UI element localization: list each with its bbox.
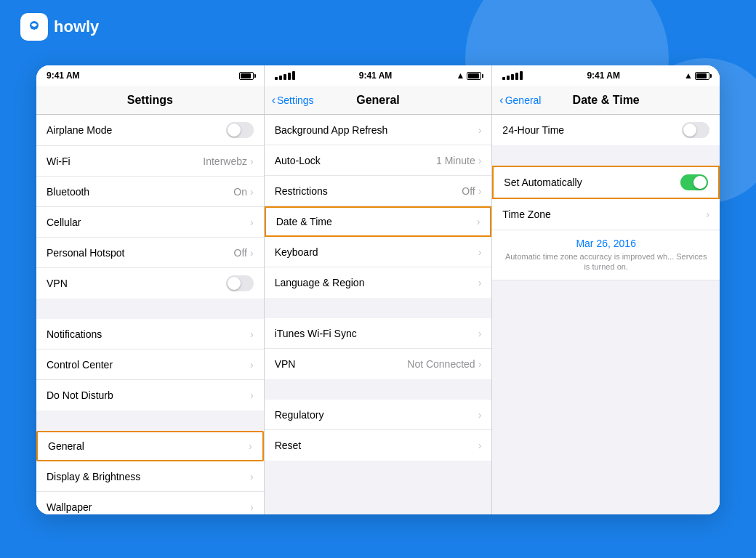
row-keyboard[interactable]: Keyboard › <box>265 237 492 267</box>
gap-g2 <box>265 379 492 400</box>
dt-section-date: Mar 26, 2016 Automatic time zone accurac… <box>492 230 720 280</box>
wifi-status-icon: ▲ <box>456 70 465 81</box>
time-3: 9:41 AM <box>587 70 620 81</box>
general-section-2: iTunes Wi-Fi Sync › VPN Not Connected › <box>265 318 492 379</box>
general-nav-title: General <box>356 94 400 107</box>
display-chevron: › <box>250 471 254 482</box>
keyboard-chevron: › <box>478 246 482 258</box>
dt-section-2: Set Automatically Time Zone › <box>492 166 720 230</box>
row-vpn-general[interactable]: VPN Not Connected › <box>265 349 492 379</box>
hotspot-chevron: › <box>250 247 254 259</box>
bluetooth-chevron: › <box>250 186 254 198</box>
general-section-3: Regulatory › Reset › <box>265 400 492 461</box>
row-vpn[interactable]: VPN <box>36 268 264 299</box>
time-1: 9:41 AM <box>47 70 80 81</box>
signal-dots-3 <box>502 71 523 80</box>
date-value: Mar 26, 2016 <box>502 238 709 249</box>
vpn-toggle[interactable] <box>226 275 254 291</box>
wifi-chevron: › <box>250 155 254 167</box>
gap-dt1 <box>492 145 720 166</box>
settings-section-3: General › Display & Brightness › Wallpap… <box>36 431 264 514</box>
row-restrictions[interactable]: Restrictions Off › <box>265 176 492 206</box>
wifi-status-icon-3: ▲ <box>684 70 693 81</box>
row-personal-hotspot[interactable]: Personal Hotspot Off › <box>36 238 264 268</box>
panel-date-time: 9:41 AM ▲ ‹ General Date & Time 24-Hour … <box>492 65 720 514</box>
gap-1 <box>36 299 264 319</box>
row-language-region[interactable]: Language & Region › <box>265 267 492 298</box>
row-date-time[interactable]: Date & Time › <box>265 206 492 237</box>
settings-nav-title: Settings <box>127 94 173 107</box>
row-do-not-disturb[interactable]: Do Not Disturb › <box>36 380 264 411</box>
back-label-settings: Settings <box>277 94 314 106</box>
auto-toggle-on[interactable] <box>680 174 708 190</box>
vpn-general-chevron: › <box>478 358 482 370</box>
row-auto-lock[interactable]: Auto-Lock 1 Minute › <box>265 145 492 176</box>
row-time-zone[interactable]: Time Zone › <box>492 199 720 230</box>
status-icons-2: ▲ <box>456 70 481 81</box>
status-icons-3: ▲ <box>684 70 709 81</box>
header: howly <box>20 13 99 41</box>
svg-point-1 <box>32 24 34 26</box>
logo-icon <box>20 13 48 41</box>
back-label-general: General <box>505 94 542 106</box>
row-bluetooth[interactable]: Bluetooth On › <box>36 177 264 207</box>
date-time-nav-title: Date & Time <box>573 94 640 107</box>
phones-container: 9:41 AM Settings Airplane Mode Wi-Fi <box>36 65 720 514</box>
back-chevron-icon-2: ‹ <box>499 94 503 106</box>
panel-settings: 9:41 AM Settings Airplane Mode Wi-Fi <box>36 65 265 514</box>
settings-section-2: Notifications › Control Center › Do Not … <box>36 319 264 411</box>
wifi-label: Wi-Fi <box>47 155 203 167</box>
signal-dots-2 <box>275 71 295 80</box>
date-time-list: 24-Hour Time Set Automatically Time Zone… <box>492 115 720 514</box>
row-wallpaper[interactable]: Wallpaper › <box>36 492 264 514</box>
back-to-settings[interactable]: ‹ Settings <box>272 94 314 106</box>
row-bg-app-refresh[interactable]: Background App Refresh › <box>265 115 492 145</box>
time-2: 9:41 AM <box>359 70 393 81</box>
row-cellular[interactable]: Cellular › <box>36 207 264 238</box>
wallpaper-chevron: › <box>250 501 254 513</box>
logo-svg <box>25 18 43 36</box>
row-wifi[interactable]: Wi-Fi Interwebz › <box>36 146 264 177</box>
back-chevron-icon: ‹ <box>272 94 276 106</box>
airplane-toggle[interactable] <box>226 122 254 138</box>
row-notifications[interactable]: Notifications › <box>36 319 264 349</box>
general-list: Background App Refresh › Auto-Lock 1 Min… <box>265 115 492 514</box>
battery-icon-2 <box>467 72 481 80</box>
24h-toggle[interactable] <box>682 122 709 138</box>
auto-lock-chevron: › <box>478 155 482 166</box>
nav-bar-settings: Settings <box>36 86 264 115</box>
general-chevron: › <box>249 440 252 452</box>
itunes-chevron: › <box>478 328 482 339</box>
gap-2 <box>36 411 264 431</box>
row-itunes-wifi[interactable]: iTunes Wi-Fi Sync › <box>265 318 492 349</box>
row-reset[interactable]: Reset › <box>265 430 492 461</box>
brand-name: howly <box>54 17 99 36</box>
row-set-automatically[interactable]: Set Automatically <box>492 166 720 199</box>
language-chevron: › <box>478 277 482 288</box>
row-display-brightness[interactable]: Display & Brightness › <box>36 461 264 492</box>
bg-refresh-chevron: › <box>478 124 482 136</box>
gap-g1 <box>265 298 492 318</box>
settings-list: Airplane Mode Wi-Fi Interwebz › Bluetoot… <box>36 115 264 514</box>
dnd-chevron: › <box>250 389 254 401</box>
row-24h-time[interactable]: 24-Hour Time <box>492 115 720 145</box>
status-bar-3: 9:41 AM ▲ <box>492 65 720 86</box>
back-to-general[interactable]: ‹ General <box>499 94 541 106</box>
row-airplane-mode[interactable]: Airplane Mode <box>36 115 264 146</box>
panel-general: 9:41 AM ▲ ‹ Settings General Background … <box>265 65 493 514</box>
dt-section-1: 24-Hour Time <box>492 115 720 145</box>
battery-icon-1 <box>239 72 254 80</box>
row-general[interactable]: General › <box>36 431 264 461</box>
reset-chevron: › <box>478 440 482 451</box>
row-control-center[interactable]: Control Center › <box>36 349 264 380</box>
notifications-chevron: › <box>250 328 254 340</box>
settings-section-1: Airplane Mode Wi-Fi Interwebz › Bluetoot… <box>36 115 264 299</box>
regulatory-chevron: › <box>478 409 482 421</box>
time-zone-chevron: › <box>706 209 709 220</box>
date-subtitle: Automatic time zone accuracy is improved… <box>502 251 709 272</box>
cellular-chevron: › <box>250 217 254 228</box>
date-time-chevron: › <box>477 216 480 227</box>
status-bar-1: 9:41 AM <box>36 65 264 86</box>
row-regulatory[interactable]: Regulatory › <box>265 400 492 430</box>
status-bar-2: 9:41 AM ▲ <box>265 65 492 86</box>
